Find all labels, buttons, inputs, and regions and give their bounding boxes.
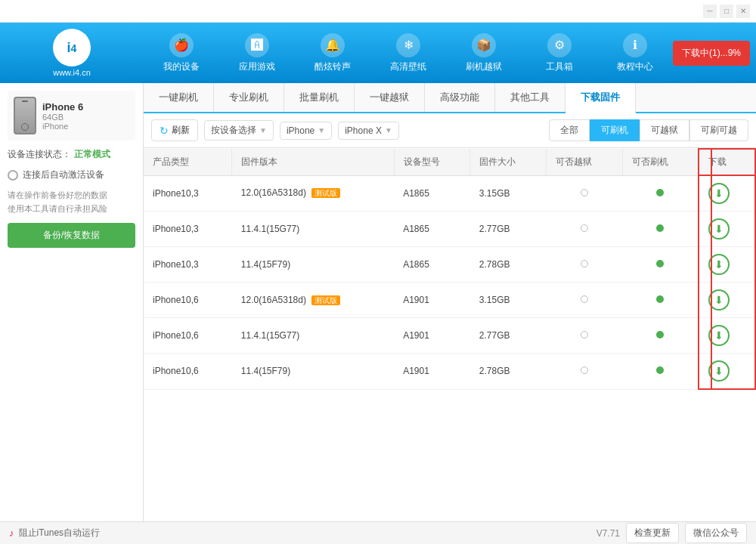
logo-area: i4 www.i4.cn [0,29,144,77]
auto-activate-checkbox[interactable]: 连接后自动激活设备 [8,168,135,181]
chevron-down-icon-2: ▼ [318,126,325,134]
device-info: iPhone 6 64GB iPhone [8,91,135,141]
nav-wallpaper[interactable]: ❄ 高清壁纸 [370,23,446,83]
filter-all-button[interactable]: 全部 [549,119,590,141]
device-details: iPhone 6 64GB iPhone [42,101,83,131]
flashable-yes-icon-4 [656,331,664,338]
nav-toolbox[interactable]: ⚙ 工具箱 [522,23,597,83]
sidebar: iPhone 6 64GB iPhone 设备连接状态： 正常模式 连接后自动激… [0,83,144,521]
content-area: 一键刷机 专业刷机 批量刷机 一键越狱 高级功能 其他工具 下载固件 ↻ 刷新 … [144,83,756,521]
refresh-button[interactable]: ↻ 刷新 [151,119,198,141]
bell-icon: 🔔 [321,33,345,57]
download-button-3[interactable]: ⬇ [708,289,730,311]
cell-download-2: ⬇ [699,247,755,283]
cell-jailbreak-4 [546,318,622,354]
wechat-button[interactable]: 微信公众号 [685,523,747,543]
cell-version-0: 12.0(16A5318d) 测试版 [232,175,394,212]
table-row: iPhone10,3 11.4.1(15G77) A1865 2.77GB ⬇ [144,212,755,247]
close-button[interactable]: ✕ [736,5,750,18]
tab-bar: 一键刷机 专业刷机 批量刷机 一键越狱 高级功能 其他工具 下载固件 [144,83,756,113]
check-update-button[interactable]: 检查更新 [626,523,679,543]
filter-buttons: 全部 可刷机 可越狱 可刷可越 [549,119,748,141]
top-nav: i4 www.i4.cn 🍎 我的设备 🅰 应用游戏 🔔 酷炫铃声 ❄ 高清壁纸… [0,23,756,83]
cell-version-2: 11.4(15F79) [232,247,394,283]
device-icon [14,97,36,134]
minimize-button[interactable]: ─ [703,5,717,18]
cell-flashable-4 [622,318,699,354]
tab-pro-flash[interactable]: 专业刷机 [214,83,284,112]
jailbreak-no-icon-0 [581,189,588,196]
jailbreak-no-icon-1 [581,224,588,232]
tab-one-click-jailbreak[interactable]: 一键越狱 [355,83,425,112]
flashable-yes-icon-5 [656,366,664,374]
cell-version-5: 11.4(15F79) [232,354,394,390]
firmware-table-body: iPhone10,3 12.0(16A5318d) 测试版 A1865 3.15… [144,175,755,389]
connection-status: 正常模式 [74,148,110,161]
device-select-dropdown[interactable]: 按设备选择 ▼ [204,120,274,141]
box-icon: 📦 [472,33,496,57]
jailbreak-no-icon-3 [581,295,588,303]
gear-icon: ⚙ [547,33,572,57]
cell-download-3: ⬇ [699,283,755,318]
cell-version-4: 11.4.1(15G77) [232,318,394,354]
col-flashable: 可否刷机 [622,149,699,175]
cell-model-4: A1901 [394,318,470,354]
tab-one-click-flash[interactable]: 一键刷机 [144,83,214,112]
cell-version-1: 11.4.1(15G77) [232,212,394,247]
model-dropdown[interactable]: iPhone X ▼ [338,122,399,140]
cell-flashable-1 [622,212,699,247]
device-type-dropdown[interactable]: iPhone ▼ [280,122,332,140]
tab-advanced[interactable]: 高级功能 [425,83,495,112]
tab-batch-flash[interactable]: 批量刷机 [284,83,355,112]
itunes-icon: ♪ [9,527,14,539]
cell-size-4: 2.77GB [470,318,547,354]
cell-flashable-2 [622,247,699,283]
col-model-number: 设备型号 [394,149,470,175]
flashable-yes-icon-0 [656,189,664,196]
refresh-icon: ↻ [160,125,169,137]
cell-model-2: A1865 [394,247,470,283]
download-button-0[interactable]: ⬇ [708,183,730,204]
cell-model-1: A1865 [394,212,470,247]
download-status-button[interactable]: 下载中(1)...9% [673,41,750,66]
cell-jailbreak-5 [546,354,622,390]
table-row: iPhone10,3 12.0(16A5318d) 测试版 A1865 3.15… [144,175,755,212]
cell-product-0: iPhone10,3 [144,175,232,212]
nav-tutorials[interactable]: ℹ 教程中心 [597,23,673,83]
cell-download-5: ⬇ [699,354,755,390]
nav-items: 🍎 我的设备 🅰 应用游戏 🔔 酷炫铃声 ❄ 高清壁纸 📦 刷机越狱 ⚙ 工具箱… [144,23,673,83]
cell-product-1: iPhone10,3 [144,212,232,247]
backup-restore-button[interactable]: 备份/恢复数据 [8,223,135,248]
status-right: V7.71 检查更新 微信公众号 [596,523,747,543]
download-button-2[interactable]: ⬇ [708,254,730,275]
cell-jailbreak-3 [546,283,622,318]
download-button-1[interactable]: ⬇ [708,218,730,240]
filter-both-button[interactable]: 可刷可越 [689,119,748,141]
cell-size-5: 2.78GB [470,354,547,390]
nav-app-games[interactable]: 🅰 应用游戏 [219,23,295,83]
download-button-5[interactable]: ⬇ [708,360,730,382]
nav-ringtones[interactable]: 🔔 酷炫铃声 [295,23,370,83]
cell-download-4: ⬇ [699,318,755,354]
tab-download-firmware[interactable]: 下载固件 [565,83,636,113]
cell-flashable-3 [622,283,699,318]
warning-text: 请在操作前备份好您的数据 使用本工具请自行承担风险 [8,189,135,215]
filter-jailbreakable-button[interactable]: 可越狱 [640,119,689,141]
col-firmware-size: 固件大小 [470,149,547,175]
cell-flashable-0 [622,175,699,212]
tab-other-tools[interactable]: 其他工具 [495,83,565,112]
maximize-button[interactable]: □ [720,5,733,18]
filter-flashable-button[interactable]: 可刷机 [590,119,640,141]
nav-my-device[interactable]: 🍎 我的设备 [144,23,219,83]
chevron-down-icon-3: ▼ [385,126,392,134]
nav-jailbreak[interactable]: 📦 刷机越狱 [446,23,522,83]
info-icon: ℹ [623,33,647,57]
table-row: iPhone10,6 11.4.1(15G77) A1901 2.77GB ⬇ [144,318,755,354]
cell-download-0: ⬇ [699,175,755,212]
logo-subtitle: www.i4.cn [53,68,91,77]
cell-version-3: 12.0(16A5318d) 测试版 [232,283,394,318]
firmware-table-wrapper: 产品类型 固件版本 设备型号 固件大小 可否越狱 可否刷机 下载 iPhone1… [144,148,756,521]
table-header-row: 产品类型 固件版本 设备型号 固件大小 可否越狱 可否刷机 下载 [144,149,755,175]
download-button-4[interactable]: ⬇ [708,325,730,346]
version-label: V7.71 [596,528,620,539]
